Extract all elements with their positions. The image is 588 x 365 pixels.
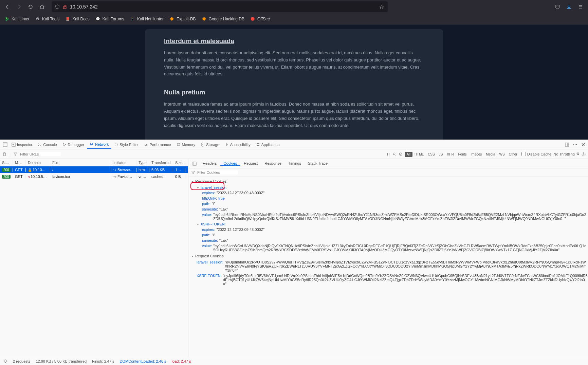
app-menu-icon[interactable] [576,2,585,12]
throttling-selector[interactable]: No Throttling ⇅ [553,152,579,156]
dt-tab-debugger[interactable]: Debugger [60,140,87,149]
filter-pill-html[interactable]: HTML [412,152,426,157]
article-body: Lorem ipsum dolor sit amet, consectetur … [164,50,424,78]
bookmark-ghdb[interactable]: 🔶Google Hacking DB [201,16,244,22]
dt-tab-label: Accessibility [230,143,251,147]
pocket-icon[interactable] [553,2,562,12]
filter-pill-media[interactable]: Media [484,152,497,157]
detail-tabs: HeadersCookiesRequestResponseTimingsStac… [188,159,588,168]
dt-tab-performance[interactable]: Performance [142,140,174,149]
filter-pill-other[interactable]: Other [507,152,519,157]
filter-icon [13,152,17,156]
bookmark-kali-forums[interactable]: 💬Kali Forums [95,16,124,22]
detail-tab-timings[interactable]: Timings [285,161,305,165]
cookie-property: httpOnly:true [188,196,588,201]
request-row[interactable]: 200GET🔒10.10.57.242/↪ BrowserTabC…html5.… [0,166,188,173]
url-text: 10.10.57.242 [70,4,98,10]
request-row[interactable]: 200GET⦸10.10.57.242favicon.ico↪ FaviconL… [0,173,188,180]
svg-rect-8 [13,144,14,145]
devtools-options-icon[interactable] [564,141,570,148]
bookmark-label: Kali NetHunter [137,17,164,21]
dt-tab-console[interactable]: Console [35,140,59,149]
filter-urls-input[interactable] [20,152,61,156]
svg-rect-31 [193,162,196,165]
filter-pill-ws[interactable]: WS [497,152,507,157]
filter-pill-fonts[interactable]: Fonts [456,152,468,157]
search-icon[interactable] [392,152,397,156]
disable-cache-checkbox[interactable]: Disable Cache [521,152,552,156]
detail-tab-headers[interactable]: Headers [199,161,220,165]
bookmark-offsec[interactable]: 🔴OffSec [250,16,270,22]
dt-tab-style-editor[interactable]: Style Editor [111,140,141,149]
filter-pill-all[interactable]: All [405,152,412,157]
dt-tab-style-editor-icon [114,143,118,147]
bookmark-favicon: 🔴 [250,16,255,22]
svg-rect-20 [565,143,569,146]
filter-pill-images[interactable]: Images [469,152,484,157]
dt-tab-storage-icon [201,143,205,147]
bookmark-star-icon[interactable] [379,4,384,10]
forward-button[interactable] [14,2,24,12]
detail-tab-request[interactable]: Request [240,161,261,165]
dt-tab-performance-icon [144,143,148,147]
cookie-name[interactable]: laravel_session: [188,185,588,190]
cookie-section-request[interactable]: Request Cookies [188,253,588,259]
reload-small-icon[interactable] [3,359,7,363]
article-title[interactable]: Interdum et malesuada [164,37,424,45]
cookie-name[interactable]: XSRF-TOKEN: [188,221,588,227]
devtools-more-icon[interactable]: ⋯ [572,141,578,148]
svg-rect-19 [258,145,259,146]
dt-tab-label: Network [95,142,109,146]
bookmark-label: Kali Docs [72,17,90,21]
trash-icon[interactable] [2,152,7,157]
filter-icon [191,170,195,175]
dt-tab-inspector[interactable]: Inspector [9,140,35,149]
devtools-dock-icon[interactable] [1,140,9,149]
filter-cookies-input[interactable] [197,170,238,175]
filter-pill-xhr[interactable]: XHR [445,152,456,157]
toggle-panel-icon[interactable] [190,162,199,166]
devtools-close-icon[interactable] [580,141,587,148]
dt-tab-application[interactable]: Application [253,140,282,149]
downloads-icon[interactable] [564,2,574,12]
back-button[interactable] [3,2,12,12]
filter-pill-js[interactable]: JS [437,152,445,157]
bookmark-kali-nethunter[interactable]: 📱Kali NetHunter [130,16,164,22]
dt-tab-network[interactable]: Network [87,140,111,149]
request-cookie: XSRF-TOKEN:"eyJpdiI6IjdyT0d6LzR5V3IVVE1j… [188,273,588,287]
dt-tab-memory-icon [177,143,181,147]
dt-tab-label: Memory [182,143,196,147]
shield-icon [55,4,60,9]
dt-tab-accessibility[interactable]: Accessibility [222,140,253,149]
bookmark-kali-docs[interactable]: 📕Kali Docs [65,16,90,22]
svg-point-14 [201,143,204,144]
svg-point-15 [226,143,227,144]
article-title[interactable]: Nulla pretium [164,89,424,96]
cookie-property: value:"eyJpdiI6IlRhemRNcHpNS0NkaHRjbi9oT… [188,212,588,221]
block-icon[interactable] [399,152,403,156]
cookie-property: samesite:"Lax" [188,238,588,243]
dt-tab-storage[interactable]: Storage [198,140,222,149]
url-bar[interactable]: 10.10.57.242 [52,1,388,12]
bookmark-kali-linux[interactable]: 🐉Kali Linux [4,16,29,22]
home-button[interactable] [37,2,47,12]
request-cookie: laravel_session:"eyJpdiI6InhOc2RVOTB0S29… [188,259,588,273]
devtools-tabs: InspectorConsoleDebuggerNetworkStyle Edi… [0,140,588,149]
detail-tab-stack-trace[interactable]: Stack Trace [305,161,331,165]
bookmark-favicon: 🔶 [201,16,207,22]
filter-pill-css[interactable]: CSS [426,152,437,157]
pause-icon[interactable] [386,152,390,156]
detail-tab-cookies[interactable]: Cookies [220,161,241,166]
dt-tab-label: Style Editor [120,143,139,147]
dt-tab-debugger-icon [62,143,67,147]
bookmark-exploit-db[interactable]: 🔶Exploit-DB [169,16,196,22]
dt-tab-label: Debugger [68,143,84,147]
settings-icon[interactable] [581,152,586,157]
page-content: Interdum et malesuada Lorem ipsum dolor … [0,24,588,140]
detail-tab-response[interactable]: Response [261,161,285,165]
svg-rect-9 [177,144,180,146]
bookmark-kali-tools[interactable]: 🛠Kali Tools [35,16,59,22]
dt-tab-memory[interactable]: Memory [174,140,198,149]
reload-button[interactable] [26,2,35,12]
cookie-section-response[interactable]: Response Cookies [188,178,588,185]
